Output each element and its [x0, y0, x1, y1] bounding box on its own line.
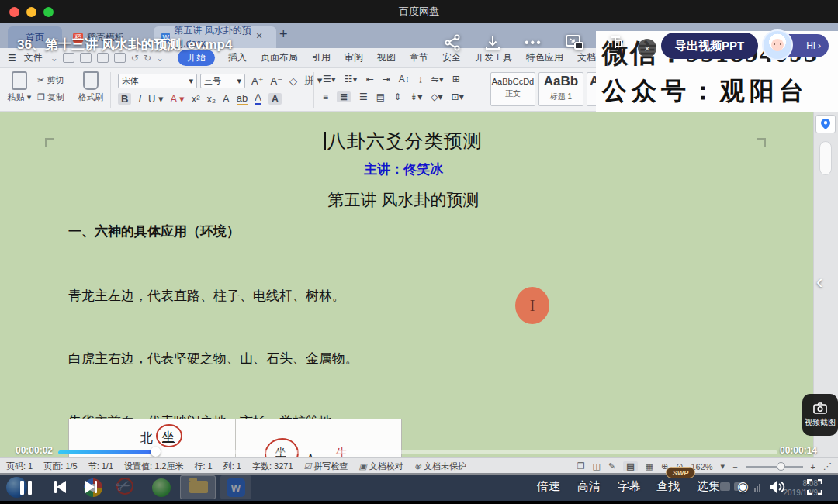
- zoom-caret-icon[interactable]: ▾: [721, 461, 725, 471]
- fullscreen-view-icon[interactable]: ❒: [577, 461, 585, 471]
- close-promo-icon[interactable]: ×: [638, 39, 656, 57]
- current-time: 00:00:02: [16, 445, 53, 456]
- status-words: 字数: 3271: [252, 461, 293, 472]
- scrollbar-thumb[interactable]: [819, 141, 832, 175]
- app-title: 百度网盘: [0, 0, 838, 23]
- record-icon[interactable]: ◉: [737, 478, 749, 495]
- copy-button: ❐ 复制: [37, 91, 64, 103]
- mouse-cursor-highlight: I: [515, 287, 549, 324]
- ribbon-tab-special: 特色应用: [526, 51, 563, 64]
- wps-status-bar: 页码: 1 页面: 1/5 节: 1/1 设置值: 1.2厘米 行: 1 列: …: [0, 457, 838, 475]
- doc-lecturer: 主讲：佟笑冰: [0, 161, 807, 178]
- ribbon-tab-layout: 页面布局: [261, 51, 298, 64]
- zoom-out-button[interactable]: −: [732, 462, 737, 471]
- total-time: 00:00:14: [780, 445, 817, 456]
- zoom-slider[interactable]: [746, 466, 803, 468]
- doc-subtitle: 第五讲 风水卦的预测: [0, 189, 807, 211]
- hamburger-icon: ☰: [8, 53, 16, 64]
- next-button[interactable]: [85, 481, 97, 493]
- format-painter-button: 格式刷: [78, 71, 104, 107]
- text-cursor: [324, 132, 326, 150]
- unprotected-icon: ⊗: [414, 461, 421, 471]
- assistant-avatar[interactable]: [762, 29, 793, 60]
- document-canvas[interactable]: 八卦六爻分类预测 主讲：佟笑冰 第五讲 风水卦的预测 一、六神的具体应用（环境）…: [0, 112, 838, 457]
- screen: 百度网盘 首页 稻 稻壳模板 W 第五讲 风水卦的预测.docx × + ☰ 文…: [0, 0, 838, 504]
- bottom-strip: [0, 501, 838, 504]
- fullscreen-icon[interactable]: [807, 479, 822, 495]
- episodes-button[interactable]: 选集: [697, 479, 720, 494]
- font-name-select: 宋体▾: [118, 74, 197, 88]
- subtitle-button[interactable]: 字幕: [618, 479, 641, 494]
- ribbon-tab-security: 安全: [442, 51, 461, 64]
- spellcheck-icon: ☑: [304, 461, 312, 471]
- watermark-line2: 公众号：观阳台: [602, 74, 809, 109]
- style-normal: AaBbCcDd正文: [490, 72, 535, 106]
- player-top-icons: •••: [444, 34, 623, 51]
- status-protect[interactable]: ⊗文档未保护: [414, 461, 466, 472]
- doc-line: 白虎主右边，代表坚硬之物、山、石头、金属物。: [68, 348, 767, 369]
- tab-new-icon: +: [279, 26, 288, 43]
- previous-button[interactable]: [54, 481, 66, 493]
- red-circle-annotation: [156, 424, 182, 447]
- video-player-area[interactable]: 首页 稻 稻壳模板 W 第五讲 风水卦的预测.docx × + ☰ 文件 ⌄ ↺…: [0, 23, 838, 501]
- status-section: 节: 1/1: [88, 461, 113, 472]
- speed-button[interactable]: 倍速: [537, 479, 560, 494]
- paste-button: 粘贴 ▾: [6, 71, 33, 107]
- outline-view-icon[interactable]: ▦: [646, 461, 653, 471]
- tab-close-icon: ×: [256, 29, 262, 42]
- picture-in-picture-icon[interactable]: [566, 35, 584, 50]
- paragraph-tools-row2: ≡≣ ☰▤ ⇕⇟▾ ◇▾⊡▾: [323, 91, 464, 102]
- volume-icon[interactable]: [768, 479, 785, 495]
- export-icon: [80, 53, 92, 63]
- progress-track[interactable]: [58, 450, 777, 454]
- episode-panel-collapse-icon[interactable]: ‹: [816, 270, 823, 294]
- progress-handle[interactable]: [151, 447, 161, 457]
- download-icon[interactable]: [484, 34, 501, 51]
- ribbon-tab-devtools: 开发工具: [475, 51, 512, 64]
- proofread-icon: ▣: [358, 461, 366, 471]
- video-screenshot-button[interactable]: 视频截图: [802, 394, 838, 436]
- find-button[interactable]: 查找: [656, 479, 680, 494]
- zoom-in-button[interactable]: +: [811, 462, 815, 471]
- style-heading1: AaBb标题 1: [538, 72, 583, 106]
- cut-button: ✂ 剪切: [37, 74, 64, 86]
- export-ppt-button[interactable]: 导出视频PPT: [661, 33, 758, 59]
- quality-button[interactable]: 高清: [577, 479, 601, 494]
- edit-mode-icon[interactable]: ✎: [608, 461, 615, 471]
- page-view-icon[interactable]: ▤: [623, 461, 637, 471]
- brush-icon: [83, 71, 99, 90]
- doc-line: 青龙主左边，代表直路、柱子、电线杆、树林。: [68, 285, 767, 306]
- font-tools-row1: A⁺A⁻ ◇拼 ▾: [251, 74, 322, 88]
- pause-button[interactable]: [20, 481, 32, 495]
- preview-icon: [114, 53, 126, 63]
- video-title: 36、第十三讲 风水卦的预测_ev.mp4: [17, 36, 232, 54]
- mini-window-icon[interactable]: [608, 35, 623, 50]
- zoom-slider-knob[interactable]: [777, 462, 785, 471]
- doc-title: 八卦六爻分类预测: [0, 129, 807, 154]
- status-pages: 页面: 1/5: [43, 461, 77, 472]
- clipboard-icon: [12, 71, 27, 90]
- chevron-down-icon: ⌄: [50, 53, 58, 64]
- status-setting: 设置值: 1.2厘米: [124, 461, 183, 472]
- more-caret-icon: ⌄: [156, 53, 164, 64]
- status-page: 页码: 1: [6, 461, 33, 472]
- font-size-select: 三号▾: [200, 74, 245, 88]
- paragraph-tools-row1: ☰▾☷▾ ⇤⇥ A↕↨ ⇋▾⊞: [323, 74, 460, 85]
- locate-pin-button[interactable]: [815, 115, 836, 133]
- status-right-cluster: ❒ ◫ ✎ ▤ ▦ ⊕ ⊙ 162% ▾ − + ⋰: [577, 461, 832, 471]
- macos-titlebar: 百度网盘: [0, 0, 838, 23]
- diagram-north-label: 北: [140, 430, 153, 447]
- status-spellcheck[interactable]: ☑拼写检查: [304, 461, 348, 472]
- resize-grip-icon: ⋰: [823, 461, 832, 471]
- camera-icon: [813, 402, 827, 414]
- share-icon[interactable]: [444, 34, 461, 51]
- more-icon[interactable]: •••: [525, 36, 542, 50]
- print-icon: [97, 53, 109, 63]
- status-line: 行: 1: [194, 461, 212, 472]
- doc-heading: 一、六神的具体应用（环境）: [68, 223, 240, 240]
- columns-view-icon[interactable]: ◫: [593, 461, 601, 471]
- status-proofread[interactable]: ▣文档校对: [358, 461, 403, 472]
- status-column: 列: 1: [223, 461, 241, 472]
- progress-fill: [58, 450, 155, 454]
- avatar-face-icon: [771, 39, 784, 51]
